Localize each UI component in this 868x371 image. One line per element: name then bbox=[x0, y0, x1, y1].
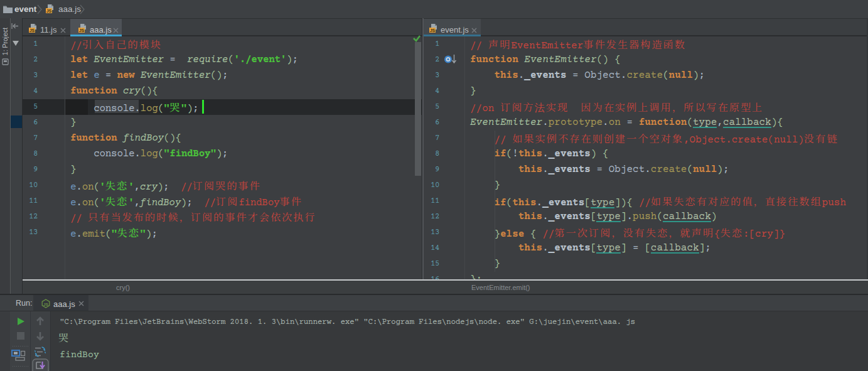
svg-text:JS: JS bbox=[29, 28, 35, 33]
svg-text:JS: JS bbox=[43, 303, 48, 306]
svg-text:JS: JS bbox=[79, 28, 85, 33]
svg-text:JS: JS bbox=[46, 9, 52, 13]
svg-text:JS: JS bbox=[430, 28, 436, 33]
